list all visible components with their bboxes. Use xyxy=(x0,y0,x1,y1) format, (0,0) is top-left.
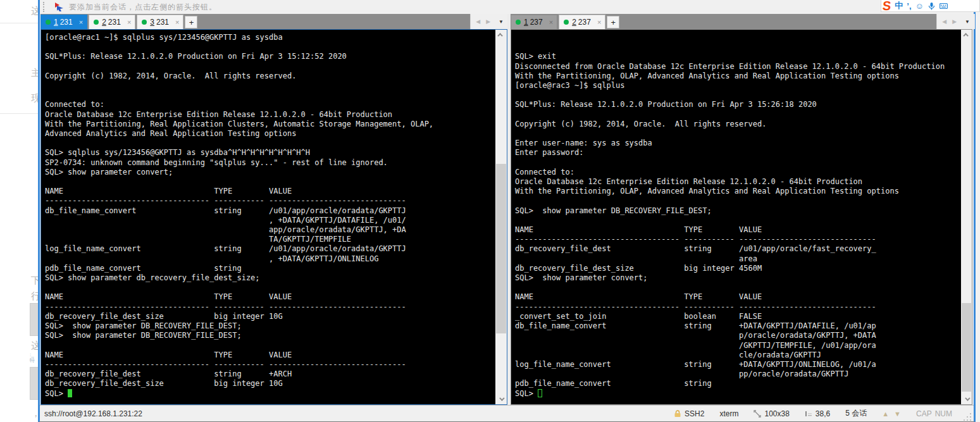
keyboard-indicators: CAP NUM xyxy=(909,409,960,418)
scroll-tabs-left-icon[interactable]: ◀ xyxy=(476,18,480,25)
tab-session-2-231[interactable]: 2 231 × xyxy=(89,15,135,29)
microphone-icon[interactable] xyxy=(927,2,936,10)
terminal-type: xterm xyxy=(712,409,746,418)
sogou-logo-icon[interactable]: S xyxy=(882,0,891,11)
caret-position-icon xyxy=(805,410,812,418)
right-terminal-pane[interactable]: SQL> exit Disconnected from Oracle Datab… xyxy=(511,29,972,405)
background-text: :_特 xyxy=(30,352,35,363)
tab-label: 231 xyxy=(156,18,169,27)
session-connected-icon xyxy=(94,20,99,25)
tab-nav-controls: ◀ ▶ ▼ xyxy=(936,14,975,29)
session-connected-icon xyxy=(564,20,569,25)
tab-number: 3 xyxy=(150,18,154,27)
close-icon[interactable]: × xyxy=(549,18,553,26)
close-icon[interactable]: × xyxy=(127,18,131,26)
cursor-position: 38,6 xyxy=(797,409,838,418)
caps-lock-indicator: CAP xyxy=(916,409,932,418)
resize-icon xyxy=(754,410,761,418)
ime-toolbar: S 中 ’, ☺ xyxy=(881,0,980,12)
tab-label: 237 xyxy=(530,18,543,27)
language-mode-icon[interactable]: 中 xyxy=(895,0,903,11)
tab-number: 2 xyxy=(572,18,576,27)
lock-icon xyxy=(674,410,681,418)
tab-label: 231 xyxy=(60,18,73,27)
num-lock-indicator: NUM xyxy=(935,409,952,418)
left-terminal-pane[interactable]: [oracle@rac1 ~]$ sqlplus sys/123456@GKPT… xyxy=(40,29,507,405)
down-arrow-icon[interactable]: ▼ xyxy=(894,410,901,418)
tab-label: 231 xyxy=(108,18,121,27)
new-tab-button[interactable]: + xyxy=(185,16,197,28)
scrollbar-thumb[interactable] xyxy=(962,303,971,392)
tab-session-3-231[interactable]: 3 231 × xyxy=(137,15,183,29)
scroll-up-icon[interactable] xyxy=(961,30,972,40)
scrollbar-thumb[interactable] xyxy=(496,164,506,333)
add-session-arrow-icon xyxy=(55,3,65,11)
tab-number: 2 xyxy=(102,18,106,27)
keyboard-icon[interactable] xyxy=(940,2,948,10)
divider xyxy=(0,23,40,23)
scroll-up-icon[interactable] xyxy=(495,30,507,40)
close-icon[interactable]: × xyxy=(79,18,83,26)
scrollbar[interactable] xyxy=(961,30,972,404)
scroll-tabs-left-icon[interactable]: ◀ xyxy=(942,18,946,25)
scroll-tabs-right-icon[interactable]: ▶ xyxy=(486,18,490,25)
scroll-down-icon[interactable] xyxy=(961,394,972,404)
tab-list-dropdown-icon[interactable]: ▼ xyxy=(499,19,504,25)
terminal-cursor xyxy=(68,389,72,397)
session-connected-icon xyxy=(142,20,147,25)
emoji-icon[interactable]: ☺ xyxy=(915,1,924,11)
terminal-cursor xyxy=(538,389,542,397)
session-connected-icon xyxy=(46,20,51,25)
terminal-screen[interactable]: SQL> exit Disconnected from Oracle Datab… xyxy=(511,30,961,404)
terminal-size: 100x38 xyxy=(746,409,797,418)
terminal-output: [oracle@rac1 ~]$ sqlplus sys/123456@GKPT… xyxy=(41,30,495,399)
new-tab-button[interactable]: + xyxy=(607,16,619,28)
background-window: 这 主 现 下 行 这 :_特 ， xyxy=(0,0,40,422)
resize-grip[interactable] xyxy=(964,412,972,421)
up-arrow-icon[interactable]: ▲ xyxy=(882,410,889,418)
close-icon[interactable]: × xyxy=(597,18,601,26)
xshell-window: 要添加当前会话，点击左侧的箭头按钮。 1 231 × 2 231 × 3 231… xyxy=(38,0,976,422)
divider xyxy=(0,113,40,114)
left-tab-bar: 1 231 × 2 231 × 3 231 × + ◀ ▶ ▼ xyxy=(40,14,509,29)
protocol-indicator: SSH2 xyxy=(666,409,712,418)
session-connected-icon xyxy=(516,20,521,25)
status-bar: ssh://root@192.168.1.231:22 SSH2 xterm 1… xyxy=(40,405,974,421)
session-count: 5 会话 xyxy=(838,408,874,419)
punctuation-mode-icon[interactable]: ’, xyxy=(907,1,911,11)
terminal-screen[interactable]: [oracle@rac1 ~]$ sqlplus sys/123456@GKPT… xyxy=(41,30,495,404)
tab-session-1-231[interactable]: 1 231 × xyxy=(40,15,87,29)
scroll-down-icon[interactable] xyxy=(495,394,507,404)
font-zoom-controls: ▲ ▼ xyxy=(874,410,909,418)
scrollbar[interactable] xyxy=(495,30,507,404)
tab-list-dropdown-icon[interactable]: ▼ xyxy=(965,19,970,25)
tab-label: 237 xyxy=(578,18,591,27)
drag-handle[interactable] xyxy=(43,2,45,12)
terminal-output: SQL> exit Disconnected from Oracle Datab… xyxy=(511,30,961,399)
scroll-tabs-right-icon[interactable]: ▶ xyxy=(952,18,957,25)
right-tab-bar: 1 237 × 2 237 × + ◀ ▶ ▼ xyxy=(511,14,975,29)
tab-number: 1 xyxy=(524,18,528,27)
close-icon[interactable]: × xyxy=(175,18,179,26)
tab-nav-controls: ◀ ▶ ▼ xyxy=(470,14,509,29)
notification-text: 要添加当前会话，点击左侧的箭头按钮。 xyxy=(69,2,217,13)
tab-session-1-237[interactable]: 1 237 × xyxy=(511,15,557,29)
tab-session-2-237[interactable]: 2 237 × xyxy=(559,15,605,29)
notification-bar: 要添加当前会话，点击左侧的箭头按钮。 xyxy=(40,0,974,14)
connection-url: ssh://root@192.168.1.231:22 xyxy=(44,409,142,418)
tab-number: 1 xyxy=(54,18,58,27)
